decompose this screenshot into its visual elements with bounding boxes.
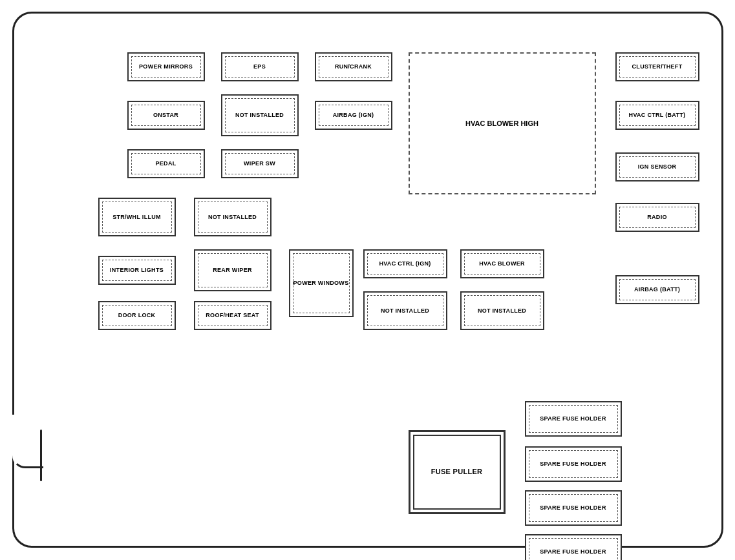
fuse-box-diagram: POWER MIRRORS EPS RUN/CRANK CLUSTER/THEF…: [34, 33, 702, 526]
fuse-onstar: ONSTAR: [127, 101, 205, 130]
fuse-radio: RADIO: [615, 203, 699, 232]
fuse-not-installed-4: NOT INSTALLED: [460, 291, 544, 330]
fuse-spare-4: SPARE FUSE HOLDER: [525, 534, 622, 560]
fuse-box-container: POWER MIRRORS EPS RUN/CRANK CLUSTER/THEF…: [12, 12, 723, 548]
fuse-spare-3: SPARE FUSE HOLDER: [525, 490, 622, 526]
fuse-not-installed-2: NOT INSTALLED: [194, 198, 272, 236]
fuse-pedal: PEDAL: [127, 149, 205, 178]
fuse-hvac-blower: HVAC BLOWER: [460, 249, 544, 278]
fuse-wiper-sw: WIPER SW: [221, 149, 299, 178]
fuse-power-windows: POWER WINDOWS: [289, 249, 354, 317]
fuse-str-whl-illum: STR/WHL ILLUM: [98, 198, 176, 236]
fuse-eps: EPS: [221, 52, 299, 81]
fuse-hvac-blower-high: HVAC BLOWER HIGH: [409, 52, 596, 194]
fuse-power-mirrors: POWER MIRRORS: [127, 52, 205, 81]
fuse-door-lock: DOOR LOCK: [98, 301, 176, 330]
fuse-spare-2: SPARE FUSE HOLDER: [525, 446, 622, 482]
fuse-rear-wiper: REAR WIPER: [194, 249, 272, 291]
fuse-roof-heat-seat: ROOF/HEAT SEAT: [194, 301, 272, 330]
fuse-spare-1: SPARE FUSE HOLDER: [525, 401, 622, 437]
fuse-ign-sensor: IGN SENSOR: [615, 152, 699, 181]
fuse-not-installed-1: NOT INSTALLED: [221, 94, 299, 136]
fuse-cluster-theft: CLUSTER/THEFT: [615, 52, 699, 81]
fuse-interior-lights: INTERIOR LIGHTS: [98, 256, 176, 285]
fuse-puller: FUSE PULLER: [409, 430, 506, 514]
fuse-airbag-batt: AIRBAG (BATT): [615, 275, 699, 304]
fuse-run-crank: RUN/CRANK: [315, 52, 392, 81]
fuse-hvac-ctrl-ign: HVAC CTRL (IGN): [363, 249, 447, 278]
fuse-not-installed-3: NOT INSTALLED: [363, 291, 447, 330]
fuse-airbag-ign: AIRBAG (IGN): [315, 101, 392, 130]
fuse-hvac-ctrl-batt: HVAC CTRL (BATT): [615, 101, 699, 130]
